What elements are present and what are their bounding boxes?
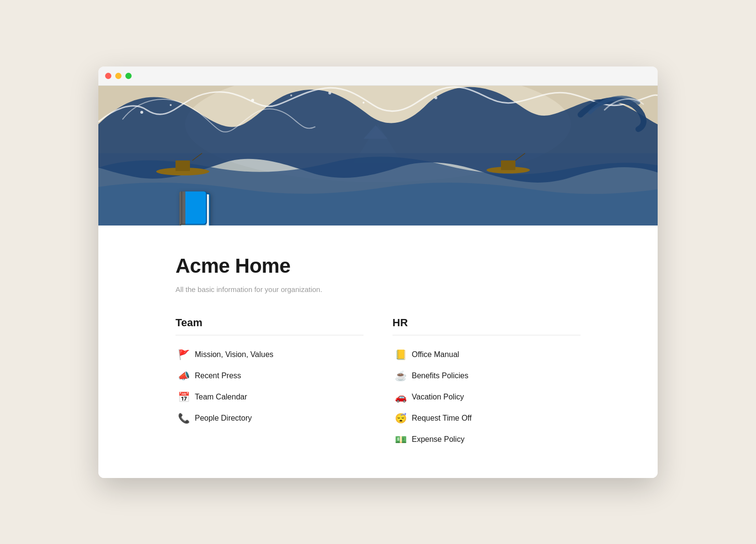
directory-label: People Directory	[195, 414, 252, 423]
maximize-button[interactable]	[125, 73, 132, 79]
svg-rect-16	[501, 160, 515, 170]
benefits-icon: ☕	[394, 370, 407, 382]
list-item[interactable]: ☕ Benefits Policies	[392, 366, 580, 385]
svg-point-11	[434, 96, 437, 99]
calendar-label: Team Calendar	[195, 393, 247, 401]
vacation-label: Vacation Policy	[412, 393, 464, 401]
hr-link-list: 📒 Office Manual ☕ Benefits Policies 🚗 Va…	[392, 345, 580, 449]
list-item[interactable]: 📒 Office Manual	[392, 345, 580, 364]
app-window: 📘 Acme Home All the basic information fo…	[98, 66, 658, 478]
svg-point-10	[363, 102, 364, 104]
list-item[interactable]: 💵 Expense Policy	[392, 430, 580, 449]
svg-point-8	[290, 94, 292, 96]
two-column-layout: Team 🚩 Mission, Vision, Values 📣 Recent …	[176, 317, 580, 449]
list-item[interactable]: 😴 Request Time Off	[392, 409, 580, 428]
page-subtitle: All the basic information for your organ…	[176, 285, 580, 293]
hero-banner: 📘	[98, 86, 658, 226]
svg-rect-13	[176, 160, 190, 171]
expense-icon: 💵	[394, 434, 407, 445]
list-item[interactable]: 📣 Recent Press	[176, 366, 364, 385]
list-item[interactable]: 📅 Team Calendar	[176, 387, 364, 407]
list-item[interactable]: 📞 People Directory	[176, 409, 364, 428]
manual-label: Office Manual	[412, 350, 459, 359]
svg-point-6	[170, 104, 172, 106]
timeoff-label: Request Time Off	[412, 414, 472, 423]
timeoff-icon: 😴	[394, 412, 407, 424]
directory-icon: 📞	[177, 412, 190, 424]
wave-container: 📘	[98, 86, 658, 226]
svg-point-5	[140, 111, 143, 114]
calendar-icon: 📅	[177, 391, 190, 403]
minimize-button[interactable]	[115, 73, 122, 79]
svg-point-9	[328, 92, 331, 94]
mission-label: Mission, Vision, Values	[195, 350, 273, 359]
list-item[interactable]: 🚗 Vacation Policy	[392, 387, 580, 407]
manual-icon: 📒	[394, 349, 407, 360]
title-bar	[98, 66, 658, 86]
svg-point-7	[251, 99, 254, 102]
press-icon: 📣	[177, 370, 190, 382]
press-label: Recent Press	[195, 372, 241, 380]
page-title: Acme Home	[176, 254, 580, 278]
team-link-list: 🚩 Mission, Vision, Values 📣 Recent Press…	[176, 345, 364, 428]
close-button[interactable]	[105, 73, 111, 79]
expense-label: Expense Policy	[412, 435, 464, 444]
vacation-icon: 🚗	[394, 391, 407, 403]
benefits-label: Benefits Policies	[412, 372, 468, 380]
hr-heading: HR	[392, 317, 580, 335]
book-emoji: 📘	[173, 189, 216, 226]
content-area: Acme Home All the basic information for …	[98, 226, 658, 478]
team-heading: Team	[176, 317, 364, 335]
mission-icon: 🚩	[177, 349, 190, 360]
team-column: Team 🚩 Mission, Vision, Values 📣 Recent …	[176, 317, 364, 449]
list-item[interactable]: 🚩 Mission, Vision, Values	[176, 345, 364, 364]
hr-column: HR 📒 Office Manual ☕ Benefits Policies 🚗…	[392, 317, 580, 449]
